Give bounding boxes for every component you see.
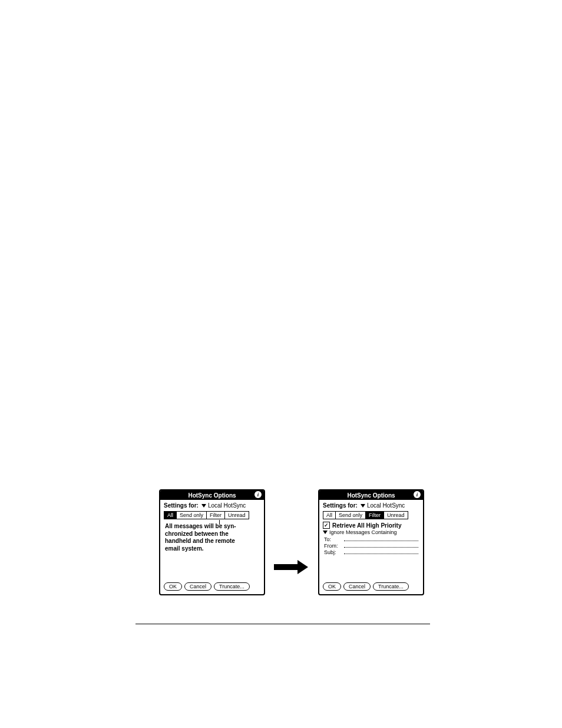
- subj-input[interactable]: [344, 549, 418, 554]
- retrieve-high-priority-row[interactable]: ✓ Retrieve All High Priority: [319, 521, 423, 529]
- all-description: All messages will be syn- chronized betw…: [165, 523, 259, 552]
- settings-for-row: Settings for: Local HotSync: [319, 500, 423, 510]
- button-row: OK Cancel Truncate...: [323, 582, 409, 591]
- ok-button[interactable]: OK: [164, 582, 182, 591]
- to-label: To:: [324, 536, 342, 542]
- from-input[interactable]: [344, 542, 418, 548]
- to-field-row: To:: [319, 536, 423, 542]
- to-input[interactable]: [344, 536, 418, 541]
- arrow-icon: [274, 560, 309, 574]
- figure-hotsync-options: HotSync Options i Settings for: Local Ho…: [159, 489, 430, 619]
- chevron-down-icon[interactable]: [323, 531, 328, 534]
- truncate-button[interactable]: Truncate...: [214, 582, 250, 591]
- tab-send-only[interactable]: Send only: [176, 511, 207, 519]
- settings-for-row: Settings for: Local HotSync: [160, 500, 264, 510]
- ok-button[interactable]: OK: [323, 582, 341, 591]
- tab-filter[interactable]: Filter: [206, 511, 225, 519]
- dialog-title: HotSync Options: [347, 492, 395, 499]
- from-label: From:: [324, 543, 342, 549]
- settings-for-label: Settings for:: [323, 502, 358, 509]
- dialog-hotsync-filter: HotSync Options i Settings for: Local Ho…: [318, 489, 424, 595]
- dialog-hotsync-all: HotSync Options i Settings for: Local Ho…: [159, 489, 265, 595]
- info-icon[interactable]: i: [254, 491, 262, 498]
- tabs: All Send only Filter Unread: [164, 511, 260, 519]
- chevron-down-icon[interactable]: [361, 504, 365, 508]
- tabs: All Send only Filter Unread: [323, 511, 419, 519]
- tab-filter[interactable]: Filter: [365, 511, 384, 519]
- callout-tick: [219, 520, 220, 525]
- truncate-button[interactable]: Truncate...: [373, 582, 409, 591]
- settings-for-value[interactable]: Local HotSync: [367, 502, 405, 509]
- cancel-button[interactable]: Cancel: [343, 582, 371, 591]
- subj-field-row: Subj:: [319, 549, 423, 555]
- tab-all[interactable]: All: [164, 511, 177, 519]
- tab-unread[interactable]: Unread: [384, 511, 408, 519]
- titlebar: HotSync Options i: [319, 490, 423, 500]
- button-row: OK Cancel Truncate...: [164, 582, 250, 591]
- settings-for-label: Settings for:: [164, 502, 199, 509]
- from-field-row: From:: [319, 542, 423, 549]
- tab-all[interactable]: All: [323, 511, 336, 519]
- tab-unread[interactable]: Unread: [224, 511, 249, 519]
- cancel-button[interactable]: Cancel: [184, 582, 211, 591]
- checkbox-retrieve[interactable]: ✓: [323, 522, 330, 529]
- dialog-title: HotSync Options: [188, 492, 236, 499]
- retrieve-label: Retrieve All High Priority: [332, 522, 401, 529]
- body-all: All messages will be syn- chronized betw…: [160, 521, 264, 555]
- titlebar: HotSync Options i: [160, 490, 264, 500]
- settings-for-value[interactable]: Local HotSync: [208, 502, 246, 509]
- tab-send-only[interactable]: Send only: [335, 511, 366, 519]
- chevron-down-icon[interactable]: [201, 504, 206, 508]
- horizontal-rule: [135, 624, 430, 624]
- info-icon[interactable]: i: [414, 491, 421, 498]
- subj-label: Subj:: [324, 549, 342, 555]
- ignore-label: Ignore Messages Containing: [329, 529, 397, 535]
- ignore-containing-row[interactable]: Ignore Messages Containing: [319, 529, 423, 536]
